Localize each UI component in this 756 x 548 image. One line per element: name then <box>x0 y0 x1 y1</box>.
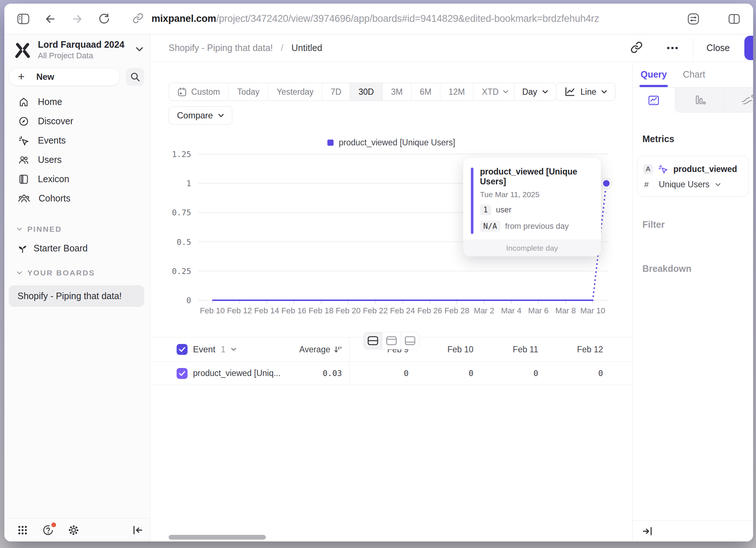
date-column-header[interactable]: Feb 12 <box>544 345 609 355</box>
panel-footer <box>633 520 753 541</box>
plus-icon: + <box>18 71 25 82</box>
flows-icon <box>741 94 753 106</box>
svg-text:Mar 2: Mar 2 <box>474 306 494 315</box>
average-column-header[interactable]: Average <box>299 345 342 355</box>
funnels-report-tab[interactable] <box>675 87 724 113</box>
chevron-down-icon <box>17 271 22 275</box>
tooltip-delta: N/A <box>480 221 500 232</box>
save-button-partial[interactable] <box>744 36 753 60</box>
range-xtd[interactable]: XTD <box>473 83 517 101</box>
insights-report-tab[interactable] <box>633 87 675 113</box>
sidebar-item-users[interactable]: Users <box>4 150 150 169</box>
layout-split-toggle[interactable] <box>363 332 382 349</box>
date-column-header[interactable]: Feb 10 <box>414 345 479 355</box>
row-average-value: 0.03 <box>323 369 342 378</box>
url-text: mixpanel.com/project/3472420/view/397469… <box>151 13 599 24</box>
horizontal-scrollbar[interactable] <box>169 535 266 540</box>
range-yesterday[interactable]: Yesterday <box>268 83 322 101</box>
range-today[interactable]: Today <box>228 83 268 101</box>
report-title[interactable]: Untitled <box>291 43 322 53</box>
range-30d[interactable]: 30D <box>350 83 382 101</box>
divider <box>693 38 693 59</box>
line-chart-icon <box>564 87 575 97</box>
sidebar-item-starter-board[interactable]: Starter Board <box>4 238 150 258</box>
range-12m[interactable]: 12M <box>440 83 473 101</box>
aggregation-selector[interactable]: Unique Users <box>659 180 709 189</box>
collapse-panel-icon[interactable] <box>642 526 653 536</box>
url-link-icon <box>133 13 143 25</box>
row-checkbox[interactable] <box>177 368 188 379</box>
sidebar-item-discover[interactable]: Discover <box>4 111 150 131</box>
notification-dot <box>51 522 56 527</box>
granularity-dropdown[interactable]: Day <box>514 83 556 101</box>
back-icon[interactable] <box>42 11 58 27</box>
report-type-tabs <box>633 87 753 113</box>
forward-icon[interactable] <box>69 11 85 27</box>
page-settings-icon[interactable] <box>685 11 701 27</box>
more-menu-button[interactable]: ••• <box>667 43 679 53</box>
chevron-down-icon[interactable] <box>231 348 236 351</box>
svg-text:1.25: 1.25 <box>172 150 191 159</box>
sidebar-nav: HomeDiscoverEventsUsersLexiconCohorts <box>4 92 150 208</box>
compare-dropdown[interactable]: Compare <box>169 106 232 125</box>
chart-style-dropdown[interactable]: Line <box>556 83 615 101</box>
split-layout-icon <box>367 336 378 345</box>
svg-text:0: 0 <box>186 296 191 305</box>
check-icon <box>179 347 185 352</box>
sprout-icon <box>17 243 28 253</box>
sidebar-item-lexicon[interactable]: Lexicon <box>4 169 150 189</box>
sidebar-item-active-board[interactable]: Shopify - Piping that data! <box>9 285 144 307</box>
settings-gear-icon[interactable] <box>66 523 81 537</box>
event-column-header[interactable]: Event <box>193 344 215 355</box>
flows-report-tab[interactable] <box>724 87 753 113</box>
apps-grid-icon[interactable] <box>15 523 30 537</box>
tooltip-date: Tue Mar 11, 2025 <box>480 190 591 199</box>
your-boards-section-header[interactable]: YOUR BOARDS <box>4 264 150 282</box>
sidebar: Lord Farquaad 2024 All Project Data + Ne… <box>4 34 150 541</box>
tooltip-delta-text: from previous day <box>505 222 569 231</box>
event-count: 1 <box>221 345 225 355</box>
check-icon <box>179 371 185 376</box>
close-button[interactable]: Close <box>706 43 730 53</box>
range-7d[interactable]: 7D <box>322 83 350 101</box>
select-all-checkbox[interactable] <box>177 344 188 355</box>
svg-text:Mar 6: Mar 6 <box>528 306 548 315</box>
pinned-section-header[interactable]: PINNED <box>4 220 150 238</box>
address-bar[interactable]: mixpanel.com/project/3472420/view/397469… <box>133 13 599 25</box>
browser-window: mixpanel.com/project/3472420/view/397469… <box>4 4 753 541</box>
range-custom[interactable]: Custom <box>169 83 228 101</box>
project-subtitle: All Project Data <box>38 51 125 60</box>
funnel-bars-icon <box>693 94 706 106</box>
chart-tooltip: product_viewed [Unique Users] Tue Mar 11… <box>463 157 601 257</box>
project-name: Lord Farquaad 2024 <box>38 39 125 50</box>
discover-compass-icon <box>18 116 29 127</box>
layout-table-only-toggle[interactable] <box>401 332 419 349</box>
sidebar-item-events[interactable]: Events <box>4 131 150 150</box>
hovered-point-marker <box>603 180 610 187</box>
sidebar-item-home[interactable]: Home <box>4 92 150 111</box>
browser-sidebar-icon[interactable] <box>15 11 31 27</box>
layout-chart-only-toggle[interactable] <box>382 332 401 349</box>
breakdown-table: Event 1 Average Feb 9Feb 10Feb 11Feb 12 <box>150 337 632 541</box>
date-column-header[interactable]: Feb 11 <box>479 345 544 355</box>
range-6m[interactable]: 6M <box>411 83 440 101</box>
copy-link-icon[interactable] <box>630 41 643 55</box>
split-view-icon[interactable] <box>726 11 742 27</box>
help-icon[interactable] <box>41 523 55 537</box>
tab-query[interactable]: Query <box>641 62 667 87</box>
insights-icon <box>648 94 659 106</box>
search-button[interactable] <box>126 68 144 86</box>
metric-card[interactable]: A product_viewed # Unique Users <box>637 156 749 197</box>
breadcrumb-divider: / <box>281 43 283 53</box>
collapse-sidebar-icon[interactable] <box>130 523 145 537</box>
range-3m[interactable]: 3M <box>382 83 411 101</box>
project-switcher[interactable]: Lord Farquaad 2024 All Project Data <box>4 39 150 60</box>
active-tab-indicator <box>639 85 668 87</box>
new-button[interactable]: + New <box>9 68 120 86</box>
metric-event-name: product_viewed <box>673 164 737 174</box>
breadcrumb-board[interactable]: Shopify - Piping that data! <box>169 43 273 53</box>
reload-icon[interactable] <box>96 11 112 27</box>
sidebar-item-cohorts[interactable]: Cohorts <box>4 189 150 208</box>
tab-chart[interactable]: Chart <box>683 62 705 87</box>
row-event-name[interactable]: product_viewed [Uniq... <box>193 368 280 378</box>
